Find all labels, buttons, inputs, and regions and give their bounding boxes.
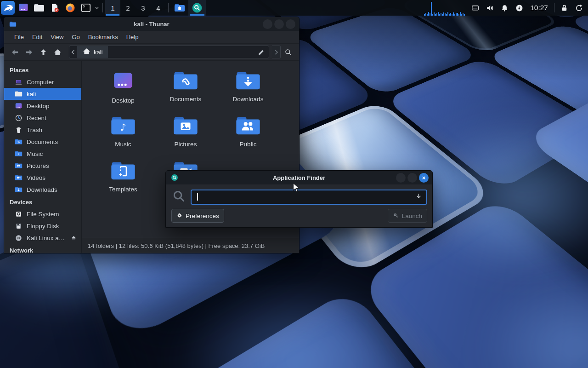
sidebar-folder-pictures-icon (15, 162, 23, 169)
cpu-graph-bar (434, 12, 435, 16)
task-button-thunar-task[interactable] (171, 0, 188, 16)
preferences-button[interactable]: Preferences (171, 209, 224, 223)
sidebar-item-music[interactable]: ♪Music (4, 148, 81, 160)
gears-icon (393, 212, 399, 220)
panel-launchers: $_ (0, 0, 100, 16)
file-item-documents[interactable]: Documents (160, 66, 211, 103)
file-item-templates[interactable]: Templates (97, 156, 149, 193)
sidebar-item-kali-linux-a-[interactable]: Kali Linux a… (4, 232, 81, 244)
launcher-terminal-dropdown[interactable] (94, 1, 100, 15)
path-scroll-right-icon[interactable] (272, 46, 281, 58)
file-item-music[interactable]: ♪Music (97, 111, 149, 148)
logout-icon[interactable] (571, 0, 586, 16)
sidebar-item-documents[interactable]: Documents (4, 136, 81, 148)
menu-file[interactable]: File (10, 31, 28, 43)
workspace-button-1[interactable]: 1 (105, 0, 120, 16)
menu-bookmarks[interactable]: Bookmarks (84, 31, 122, 43)
workspace-button-4[interactable]: 4 (151, 0, 166, 16)
workspace-button-3[interactable]: 3 (136, 0, 151, 16)
path-bar[interactable]: kali (69, 46, 269, 58)
thunar-sidebar: PlacesComputer kaliDesktopRecentTrash Do… (4, 61, 82, 253)
entry-dropdown-arrow-icon[interactable] (415, 193, 422, 201)
cpu-graph-bar (427, 14, 428, 16)
cpu-graph-bar (456, 13, 457, 16)
workspace-button-2[interactable]: 2 (120, 0, 136, 16)
menu-go[interactable]: Go (68, 31, 84, 43)
sidebar-item-videos[interactable]: Videos (4, 172, 81, 184)
volume-icon[interactable] (482, 0, 497, 16)
cpu-graph-bar (452, 14, 452, 16)
task-button-appfinder-task[interactable] (188, 0, 206, 16)
sidebar-item-label: Recent (27, 115, 46, 121)
sidebar-item-desktop[interactable]: Desktop (4, 100, 81, 112)
power-manager-icon[interactable] (512, 0, 526, 16)
minimize-button[interactable] (263, 19, 272, 29)
launcher-text-editor[interactable] (48, 1, 62, 15)
sidebar-item-computer[interactable]: Computer (4, 76, 81, 88)
lock-screen-icon[interactable] (557, 0, 571, 16)
preferences-label: Preferences (186, 213, 219, 219)
sidebar-item-trash[interactable]: Trash (4, 124, 81, 136)
file-item-downloads[interactable]: Downloads (222, 66, 274, 103)
breadcrumb-kali[interactable]: kali (77, 46, 108, 58)
sidebar-item-kali[interactable]: kali (4, 88, 81, 100)
search-large-icon (172, 189, 186, 205)
appfinder-window-title: Application Finder (166, 174, 432, 181)
appfinder-search-input[interactable] (191, 190, 427, 205)
sidebar-item-downloads[interactable]: Downloads (4, 184, 81, 196)
close-button[interactable] (286, 19, 295, 29)
cpu-graph-bar (447, 12, 448, 16)
cpu-graph-bar (442, 14, 443, 16)
clock[interactable]: 10:27 (526, 4, 552, 12)
display-icon[interactable] (468, 0, 482, 16)
cpu-graph-bar (424, 14, 425, 16)
appfinder-titlebar[interactable]: Application Finder × (166, 171, 432, 184)
sidebar-item-label: Kali Linux a… (27, 235, 65, 242)
back-button[interactable] (8, 46, 22, 58)
launch-button[interactable]: Launch (388, 209, 427, 223)
svg-text:♪: ♪ (17, 152, 19, 155)
sidebar-folder-documents-icon (15, 138, 23, 145)
sidebar-item-label: Music (27, 150, 43, 157)
maximize-button[interactable] (407, 173, 417, 183)
file-desktop-purple-icon (112, 70, 135, 95)
notifications-bell-icon[interactable] (497, 0, 512, 16)
cpu-graph-widget[interactable] (423, 0, 468, 16)
menu-view[interactable]: View (46, 31, 68, 43)
cpu-graph-bar (463, 13, 464, 16)
maximize-button[interactable] (274, 19, 284, 29)
thunar-titlebar[interactable]: kali - Thunar (4, 17, 299, 31)
file-item-desktop[interactable]: Desktop (97, 66, 149, 104)
launcher-desktop-app[interactable] (17, 1, 30, 15)
workspace-switcher: 1234 (105, 0, 166, 16)
sidebar-item-floppy-disk[interactable]: Floppy Disk (4, 220, 81, 232)
search-button[interactable] (282, 46, 295, 58)
svg-text:♪: ♪ (120, 122, 126, 133)
sidebar-item-recent[interactable]: Recent (4, 112, 81, 124)
minimize-button[interactable] (396, 173, 406, 183)
sidebar-item-pictures[interactable]: Pictures (4, 160, 81, 172)
file-item-pictures[interactable]: Pictures (160, 111, 211, 148)
launch-label: Launch (402, 213, 422, 219)
panel-separator (554, 3, 554, 12)
system-tray: 10:27 (423, 0, 588, 16)
file-item-label: Templates (109, 186, 137, 193)
launcher-file-manager[interactable] (32, 1, 46, 15)
sidebar-drive-icon (15, 210, 23, 218)
eject-icon[interactable] (70, 234, 77, 242)
path-scroll-left-icon[interactable] (69, 46, 77, 58)
launcher-terminal[interactable]: $_ (79, 1, 93, 15)
home-button[interactable] (51, 46, 64, 58)
launcher-firefox[interactable] (63, 1, 77, 15)
menu-help[interactable]: Help (122, 31, 143, 43)
launcher-kali-menu[interactable] (1, 1, 15, 15)
sidebar-item-file-system[interactable]: File System (4, 208, 81, 220)
gear-icon (176, 212, 183, 220)
menu-edit[interactable]: Edit (28, 31, 46, 43)
up-button[interactable] (37, 46, 50, 58)
close-button[interactable]: × (419, 173, 429, 183)
path-edit-pencil-icon[interactable] (257, 48, 269, 57)
file-item-public[interactable]: Public (222, 111, 274, 148)
sidebar-item-label: Documents (27, 138, 58, 145)
forward-button[interactable] (23, 46, 36, 58)
